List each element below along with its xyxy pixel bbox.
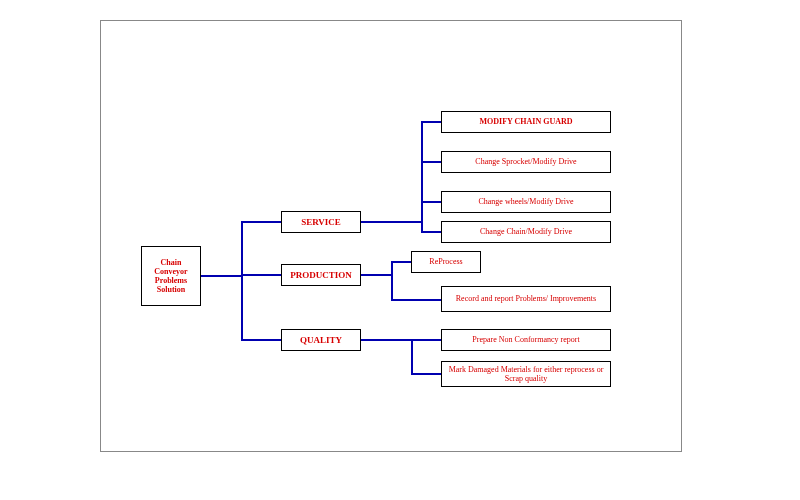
leaf-modify-chain-guard: MODIFY CHAIN GUARD <box>441 111 611 133</box>
connector <box>421 121 441 123</box>
connector <box>241 221 281 223</box>
connector <box>391 261 411 263</box>
connector <box>421 231 441 233</box>
leaf-change-chain: Change Chain/Modify Drive <box>441 221 611 243</box>
connector <box>411 373 441 375</box>
connector <box>361 274 391 276</box>
connector <box>391 299 441 301</box>
root-node: Chain Conveyor Problems Solution <box>141 246 201 306</box>
diagram-frame: Chain Conveyor Problems Solution SERVICE… <box>100 20 682 452</box>
category-production: PRODUCTION <box>281 264 361 286</box>
connector <box>411 339 413 375</box>
connector <box>421 201 441 203</box>
connector <box>241 274 281 276</box>
connector <box>391 261 393 301</box>
leaf-mark-damaged: Mark Damaged Materials for either reproc… <box>441 361 611 387</box>
connector <box>421 161 441 163</box>
connector <box>241 221 243 341</box>
connector <box>241 339 281 341</box>
leaf-change-wheels: Change wheels/Modify Drive <box>441 191 611 213</box>
leaf-reprocess: ReProcess <box>411 251 481 273</box>
connector <box>421 121 423 233</box>
connector <box>201 275 241 277</box>
connector <box>361 221 421 223</box>
connector <box>361 339 411 341</box>
category-service: SERVICE <box>281 211 361 233</box>
leaf-record-report: Record and report Problems/ Improvements <box>441 286 611 312</box>
leaf-prepare-ncr: Prepare Non Conformancy report <box>441 329 611 351</box>
leaf-change-sprocket: Change Sprocket/Modify Drive <box>441 151 611 173</box>
connector <box>411 339 441 341</box>
category-quality: QUALITY <box>281 329 361 351</box>
